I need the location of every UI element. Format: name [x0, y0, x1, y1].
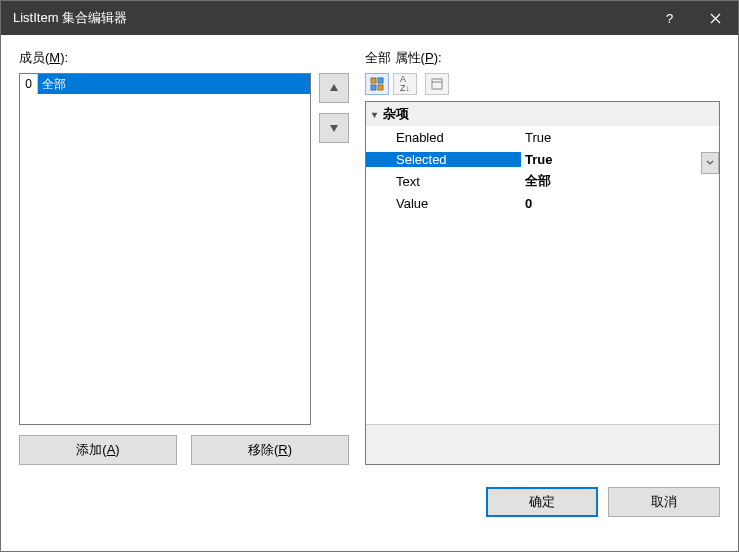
category-name: 杂项	[383, 105, 409, 123]
property-row-text[interactable]: Text 全部	[366, 170, 719, 192]
move-up-button[interactable]	[319, 73, 349, 103]
list-item[interactable]: 0 全部	[20, 74, 310, 94]
svg-rect-8	[378, 85, 383, 90]
dropdown-button[interactable]	[701, 152, 719, 174]
category-header[interactable]: ▾ 杂项	[366, 102, 719, 126]
pages-icon	[430, 77, 444, 91]
property-name: Value	[366, 196, 521, 211]
property-value[interactable]: 0	[521, 196, 719, 211]
svg-rect-5	[371, 78, 376, 83]
property-value[interactable]: True	[521, 152, 719, 167]
list-item-text: 全部	[38, 74, 310, 94]
svg-text:?: ?	[666, 12, 673, 24]
property-grid[interactable]: ▾ 杂项 Enabled True Selected True Text 全部	[365, 101, 720, 465]
svg-rect-6	[378, 78, 383, 83]
help-button[interactable]: ?	[646, 1, 692, 35]
arrow-up-icon	[329, 83, 339, 93]
description-panel	[366, 424, 719, 464]
property-row-value[interactable]: Value 0	[366, 192, 719, 214]
cancel-button-label: 取消	[651, 493, 677, 511]
svg-marker-3	[330, 84, 338, 91]
dialog-footer: 确定 取消	[1, 475, 738, 533]
help-icon: ?	[663, 12, 675, 24]
svg-rect-9	[432, 79, 442, 89]
dialog-body: 成员(M): 0 全部 添加(A) 移	[1, 35, 738, 475]
move-down-button[interactable]	[319, 113, 349, 143]
ok-button-label: 确定	[529, 493, 555, 511]
window-title: ListItem 集合编辑器	[13, 9, 646, 27]
property-row-selected[interactable]: Selected True	[366, 148, 719, 170]
remove-button-label: 移除(R)	[248, 441, 292, 459]
svg-rect-7	[371, 85, 376, 90]
alphabetical-view-button[interactable]: AZ↓	[393, 73, 417, 95]
svg-marker-4	[330, 125, 338, 132]
properties-label: 全部 属性(P):	[365, 49, 720, 67]
properties-panel: 全部 属性(P): AZ↓	[365, 49, 720, 465]
add-button[interactable]: 添加(A)	[19, 435, 177, 465]
categorized-icon	[370, 77, 384, 91]
close-icon	[710, 13, 721, 24]
reorder-buttons	[319, 73, 349, 425]
chevron-down-icon	[706, 160, 714, 166]
members-label: 成员(M):	[19, 49, 349, 67]
property-name: Enabled	[366, 130, 521, 145]
expand-collapse-icon[interactable]: ▾	[372, 109, 377, 120]
title-bar: ListItem 集合编辑器 ?	[1, 1, 738, 35]
ok-button[interactable]: 确定	[486, 487, 598, 517]
property-name: Text	[366, 174, 521, 189]
property-toolbar: AZ↓	[365, 73, 720, 95]
sort-az-icon: AZ↓	[400, 75, 410, 93]
property-value[interactable]: True	[521, 130, 719, 145]
property-name: Selected	[366, 152, 521, 167]
property-pages-button[interactable]	[425, 73, 449, 95]
members-listbox[interactable]: 0 全部	[19, 73, 311, 425]
close-button[interactable]	[692, 1, 738, 35]
property-value[interactable]: 全部	[521, 172, 719, 190]
property-row-enabled[interactable]: Enabled True	[366, 126, 719, 148]
list-item-index: 0	[20, 74, 38, 94]
remove-button[interactable]: 移除(R)	[191, 435, 349, 465]
categorized-view-button[interactable]	[365, 73, 389, 95]
cancel-button[interactable]: 取消	[608, 487, 720, 517]
members-panel: 成员(M): 0 全部 添加(A) 移	[19, 49, 349, 465]
arrow-down-icon	[329, 123, 339, 133]
add-button-label: 添加(A)	[76, 441, 119, 459]
